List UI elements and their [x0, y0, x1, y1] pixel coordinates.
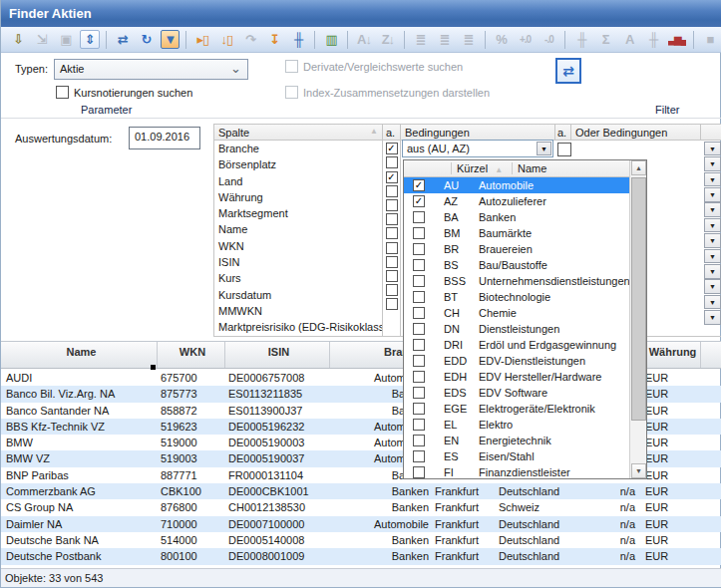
spalte-row[interactable]: Name — [214, 221, 382, 237]
spalte-row[interactable]: WKN — [214, 238, 382, 254]
dropdown-item[interactable]: BABanken — [404, 209, 630, 225]
spalte-aktiv-checkbox[interactable] — [386, 156, 398, 168]
dropdown-item[interactable]: BRBrauereien — [404, 241, 630, 257]
bedingungen-column-header[interactable]: Bedingungen — [401, 124, 555, 141]
spalte-column-header[interactable]: Spalte▲ — [213, 124, 383, 141]
table-row[interactable]: CS Group NA876800CH0012138530BankenFrank… — [1, 499, 721, 515]
oder-bedingung-dropdown-arrow[interactable]: ▼ — [704, 279, 721, 294]
item-checkbox[interactable] — [413, 275, 425, 287]
item-checkbox[interactable]: ✓ — [413, 179, 425, 191]
dropdown-item[interactable]: CHChemie — [404, 305, 630, 321]
spalte-row[interactable]: Marktpreisrisiko (EDG-Risikoklasse) — [214, 319, 382, 335]
table-row[interactable]: Deutsche Bank NA514000DE0005140008Banken… — [1, 532, 721, 548]
scroll-up-icon[interactable]: ▲ — [631, 160, 646, 175]
item-checkbox[interactable] — [413, 291, 425, 303]
spalte-row[interactable]: Währung — [214, 189, 382, 205]
chart-icon[interactable]: ▃▆▄ — [667, 30, 687, 49]
spalte-aktiv-checkbox[interactable] — [386, 185, 398, 197]
kursnotierungen-checkbox[interactable] — [56, 86, 69, 99]
visible-columns-icon[interactable]: ▥ — [321, 30, 341, 49]
name-column-header[interactable]: Name — [512, 162, 546, 174]
fit-height-icon[interactable]: ⇕ — [80, 30, 100, 49]
dropdown-item[interactable]: ELElektro — [404, 417, 630, 433]
table-row[interactable]: Deutsche Postbank800100DE0008001009Banke… — [1, 548, 721, 564]
dropdown-item[interactable]: BMBaumärkte — [404, 225, 630, 241]
oder-bedingung-dropdown-arrow[interactable]: ▼ — [704, 295, 721, 310]
oder-bedingung-dropdown-arrow[interactable]: ▼ — [704, 172, 721, 187]
spalte-aktiv-checkbox[interactable] — [386, 213, 398, 225]
item-checkbox[interactable] — [413, 371, 425, 383]
dropdown-item[interactable]: EDHEDV Hersteller/Hardware — [404, 369, 630, 385]
insert-into-icon[interactable]: ↓▯ — [216, 30, 236, 49]
dropdown-item[interactable]: DNDienstleistungen — [404, 321, 630, 337]
spalte-aktiv-checkbox[interactable]: ✓ — [386, 143, 398, 154]
dropdown-item[interactable]: ESEisen/Stahl — [404, 448, 630, 464]
combo-arrow-icon[interactable]: ▼ — [537, 142, 551, 155]
refresh-search-button[interactable]: ⇄ — [555, 58, 581, 84]
column-width-icon[interactable]: ⇄ — [113, 30, 133, 49]
typen-combobox[interactable]: Aktie ⌄ — [54, 59, 248, 80]
chevron-down-icon[interactable]: ⌄ — [230, 61, 241, 76]
item-checkbox[interactable] — [413, 387, 425, 399]
oder-bedingung-dropdown-arrow[interactable]: ▼ — [704, 249, 721, 264]
import-view-icon[interactable]: ⇩ — [8, 30, 28, 49]
spalte-row[interactable]: Börsenplatz — [214, 156, 382, 172]
table-column-header[interactable]: Name — [1, 342, 158, 368]
spalte-aktiv-checkbox[interactable] — [386, 256, 398, 268]
item-checkbox[interactable] — [413, 307, 425, 319]
dropdown-item[interactable]: ✓AZAutozulieferer — [404, 193, 630, 209]
item-checkbox[interactable] — [413, 450, 425, 462]
oder-bedingung-dropdown-arrow[interactable]: ▼ — [704, 187, 721, 202]
dropdown-item[interactable]: BTBiotechnologie — [404, 289, 630, 305]
insert-right-icon[interactable]: ▸▯ — [192, 30, 212, 49]
scroll-down-icon[interactable]: ▼ — [631, 463, 646, 478]
oder-bedingung-checkbox[interactable] — [557, 143, 571, 156]
spalte-aktiv-checkbox[interactable] — [386, 270, 398, 282]
item-checkbox[interactable] — [413, 435, 425, 446]
bedingung-combobox[interactable]: aus (AU, AZ) ▼ — [402, 140, 553, 157]
spalte-row[interactable]: Kursdatum — [214, 287, 382, 303]
table-column-header[interactable]: ISIN — [225, 342, 330, 368]
item-checkbox[interactable] — [413, 419, 425, 431]
oder-bedingung-dropdown-arrow[interactable]: ▼ — [704, 264, 721, 279]
kuerzel-column-header[interactable]: Kürzel ▲ — [451, 162, 503, 174]
spalte-row[interactable]: ISIN — [214, 254, 382, 270]
spalte-aktiv-checkbox[interactable] — [386, 199, 398, 211]
item-checkbox[interactable] — [413, 323, 425, 335]
item-checkbox[interactable] — [413, 403, 425, 415]
spalte-aktiv-checkbox[interactable]: ✓ — [386, 171, 398, 183]
oder-bedingung-dropdown-arrow[interactable]: ▼ — [704, 142, 721, 156]
dropdown-item[interactable]: ✓AUAutomobile — [404, 177, 630, 193]
spalte-aktiv-checkbox[interactable] — [386, 242, 398, 254]
table-column-header[interactable]: Währung — [639, 342, 701, 368]
move-bottom-icon[interactable]: ↧ — [264, 30, 284, 49]
spalte-row[interactable]: Branche — [214, 141, 382, 156]
dropdown-item[interactable]: FIFinanzdienstleister — [404, 464, 630, 480]
oder-bedingung-dropdown-arrow[interactable]: ▼ — [704, 310, 721, 325]
spalte-row[interactable]: Kurs — [214, 270, 382, 286]
scrollbar-thumb[interactable] — [631, 177, 646, 421]
dropdown-item[interactable]: EGEElektrogeräte/Elektronik — [404, 401, 630, 417]
oder-bedingung-dropdown-arrow[interactable]: ▼ — [704, 156, 721, 171]
dropdown-item[interactable]: EDDEDV-Dienstleistungen — [404, 353, 630, 369]
spalte-row[interactable]: Marktsegment — [214, 205, 382, 221]
oder-bedingung-dropdown-arrow[interactable]: ▼ — [704, 218, 721, 233]
refresh-icon[interactable]: ↻ — [137, 30, 157, 49]
item-checkbox[interactable] — [413, 211, 425, 223]
filter-icon[interactable]: ▼ — [161, 30, 180, 49]
spalte-aktiv-checkbox[interactable] — [386, 284, 398, 296]
dropdown-item[interactable]: DRIErdöl und Erdgasgewinnung — [404, 337, 630, 353]
oder-bedingungen-column-header[interactable]: Oder Bedingungen — [571, 124, 701, 141]
insert-settings-icon[interactable]: ╫ — [288, 30, 308, 49]
item-checkbox[interactable] — [413, 339, 425, 351]
item-checkbox[interactable] — [413, 355, 425, 367]
spalte-aktiv-checkbox[interactable] — [386, 227, 398, 239]
item-checkbox[interactable] — [413, 466, 425, 478]
table-column-header[interactable]: WKN — [158, 342, 225, 368]
auswertungsdatum-input[interactable]: 01.09.2016 — [129, 127, 200, 149]
item-checkbox[interactable] — [413, 243, 425, 255]
item-checkbox[interactable] — [413, 227, 425, 239]
spalte-row[interactable]: MMWKN — [214, 303, 382, 319]
oder-bedingung-dropdown-arrow[interactable]: ▼ — [704, 202, 721, 217]
item-checkbox[interactable]: ✓ — [413, 195, 425, 207]
